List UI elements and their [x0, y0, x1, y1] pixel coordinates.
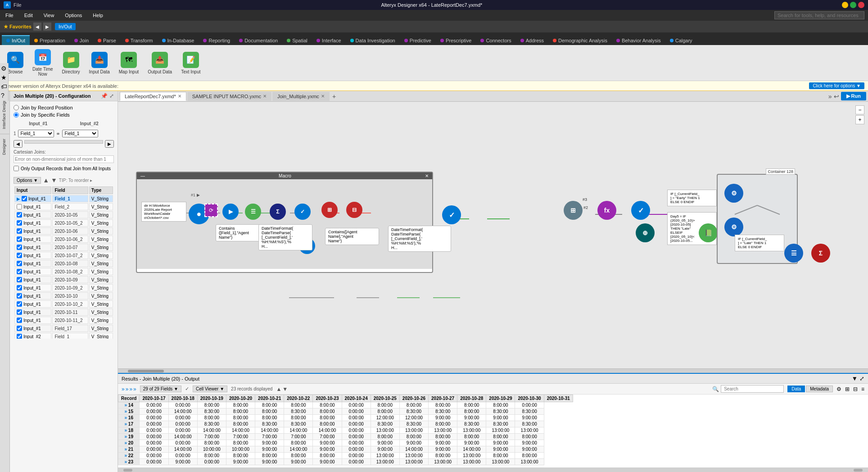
field-checkbox[interactable]: [17, 228, 22, 234]
field2-select[interactable]: Field_1: [62, 130, 98, 137]
results-collapse-btn[interactable]: ▼: [852, 375, 858, 382]
canvas-tab-joinmultiple[interactable]: Join_Multiple.yxmc ✕: [272, 92, 330, 101]
tab-prescriptive[interactable]: Prescriptive: [436, 35, 476, 45]
metadata-tab-btn[interactable]: Metadata: [806, 386, 833, 392]
formula-text-node[interactable]: IF [_CurrentField_] = "Early" THEN 1ELSE…: [667, 190, 717, 206]
tab-overflow-button[interactable]: »: [828, 93, 832, 100]
field-checkbox[interactable]: [17, 253, 22, 258]
update-options-button[interactable]: Click here for options ▼: [809, 82, 864, 89]
tab-parse[interactable]: Parse: [93, 35, 121, 45]
macro-summarize-node[interactable]: Σ: [270, 204, 286, 220]
tab-spatial[interactable]: Spatial: [282, 35, 312, 45]
scroll-right-button[interactable]: ▶: [105, 140, 114, 148]
field-checkbox[interactable]: [17, 204, 22, 209]
tab-reporting[interactable]: Reporting: [199, 35, 235, 45]
scroll-left-button[interactable]: ◀: [14, 140, 23, 148]
macro-output2-node[interactable]: ⊟: [346, 202, 362, 218]
run-button[interactable]: ▶ Run: [841, 92, 866, 100]
teal-node[interactable]: ⊕: [636, 223, 655, 242]
results-table-wrap[interactable]: Record2020-10-172020-10-182020-10-192020…: [118, 395, 868, 467]
close-joinmultiple[interactable]: ✕: [321, 94, 325, 99]
star-icon[interactable]: ★: [1, 74, 7, 81]
config-pin-button[interactable]: 📌: [101, 93, 108, 99]
tool-inputdata[interactable]: 📥 Input Data: [87, 50, 112, 76]
fields-select-btn[interactable]: 29 of 29 Fields ▼: [140, 386, 181, 392]
nav-down-arrow[interactable]: ▼: [282, 386, 288, 392]
tab-inout[interactable]: In/Out: [2, 35, 30, 45]
zoom-out-button[interactable]: −: [855, 105, 864, 114]
gear-icon[interactable]: ⚙: [1, 65, 7, 72]
select-right-node[interactable]: ☰: [784, 244, 803, 263]
options-btn[interactable]: Options ▼: [14, 177, 41, 184]
tab-calgary[interactable]: Calgary: [665, 35, 697, 45]
tab-connectors[interactable]: Connectors: [476, 35, 515, 45]
field-checkbox[interactable]: [17, 318, 22, 323]
join-record-radio[interactable]: [14, 105, 19, 110]
tab-interface[interactable]: Interface: [312, 35, 346, 45]
tab-datainvestigation[interactable]: Data Investigation: [346, 35, 400, 45]
field-checkbox[interactable]: [17, 277, 22, 282]
checkmark-node[interactable]: ✓: [442, 205, 461, 224]
summarize-right-node[interactable]: Σ: [811, 244, 830, 263]
tab-demographic[interactable]: Demographic Analysis: [548, 35, 612, 45]
macro-output1-node[interactable]: ⊞: [321, 202, 338, 218]
col-left-btn[interactable]: ⊞: [845, 386, 850, 392]
cell-viewer-btn[interactable]: Cell Viewer ▼: [193, 386, 227, 392]
canvas-scrollbar-h[interactable]: [118, 368, 868, 373]
nav-back-button[interactable]: ◀: [33, 23, 41, 31]
tool-outputdata[interactable]: 📤 Output Data: [146, 50, 174, 76]
search-input[interactable]: [774, 11, 864, 19]
join-specific-radio[interactable]: [14, 112, 19, 118]
canvas-workspace[interactable]: − + 📗 oct4.csv #2↑ #3 #4 ⟳ Calabrio: [118, 102, 868, 373]
menu-options[interactable]: Options: [63, 12, 84, 19]
field-checkbox[interactable]: [17, 236, 22, 242]
formula-node[interactable]: fx: [597, 201, 616, 220]
question-icon[interactable]: ?: [1, 92, 7, 99]
close-button[interactable]: [858, 2, 864, 8]
tab-behavior[interactable]: Behavior Analysis: [612, 35, 665, 45]
field-checkbox[interactable]: [17, 326, 22, 331]
nav-up-arrow[interactable]: ▲: [276, 386, 281, 392]
tool-textinput[interactable]: 📝 Text Input: [179, 50, 202, 76]
side-tab-designer[interactable]: Designer: [0, 134, 10, 159]
field-checkbox[interactable]: [17, 301, 22, 307]
field-checkbox[interactable]: [17, 261, 22, 266]
macro-select-node[interactable]: ▶: [222, 204, 239, 220]
container-node-bottom[interactable]: ⚙: [724, 218, 743, 236]
tab-transform[interactable]: Transform: [121, 35, 158, 45]
results-search-input[interactable]: [721, 385, 784, 393]
menu-help[interactable]: Help: [91, 12, 105, 19]
macro-check-node[interactable]: ✓: [294, 204, 311, 220]
multi-join-node[interactable]: ⊞ #3 #2: [564, 201, 583, 220]
field-checkbox[interactable]: [17, 245, 22, 250]
macro-close-btn[interactable]: ✕: [425, 173, 429, 178]
checkmark2-node[interactable]: ✓: [631, 201, 650, 220]
field-checkbox[interactable]: [17, 220, 22, 226]
nav-forward-button[interactable]: ▶: [43, 23, 51, 31]
tab-documentation[interactable]: Documentation: [235, 35, 282, 45]
tool-datetime[interactable]: 📅 Date TimeNow: [31, 47, 55, 78]
field-checkbox[interactable]: [17, 285, 22, 290]
table-settings-btn[interactable]: ≡: [861, 386, 864, 392]
minimize-button[interactable]: [842, 2, 848, 8]
inout-tab[interactable]: In/Out: [55, 23, 76, 30]
results-scrollbar-h[interactable]: [118, 467, 868, 472]
field-checkbox[interactable]: [17, 269, 22, 274]
book2-node[interactable]: 📗: [699, 223, 718, 242]
macro-path-node[interactable]: dir H:\Workforce2020\Late ReportWorkflow…: [141, 202, 186, 222]
results-expand-btn[interactable]: ⤢: [859, 375, 864, 382]
canvas-tab-sample[interactable]: SAMPLE INPUT MACRO.yxmc ✕: [187, 92, 271, 101]
macro-formula-node[interactable]: ⟳: [204, 204, 218, 217]
field-checkbox[interactable]: [17, 212, 22, 218]
col-settings-btn[interactable]: ⚙: [836, 386, 841, 392]
macro-browse-node[interactable]: 🔍: [299, 238, 315, 254]
menu-edit[interactable]: Edit: [23, 12, 35, 19]
tab-preparation[interactable]: Preparation: [30, 35, 70, 45]
tab-join[interactable]: Join: [70, 35, 93, 45]
maximize-button[interactable]: [850, 2, 856, 8]
only-output-checkbox[interactable]: [14, 166, 19, 171]
field-checkbox[interactable]: [17, 293, 22, 299]
field-checkbox[interactable]: [22, 196, 27, 201]
data-tab-btn[interactable]: Data: [787, 386, 805, 392]
tool-mapinput[interactable]: 🗺 Map Input: [117, 50, 140, 76]
